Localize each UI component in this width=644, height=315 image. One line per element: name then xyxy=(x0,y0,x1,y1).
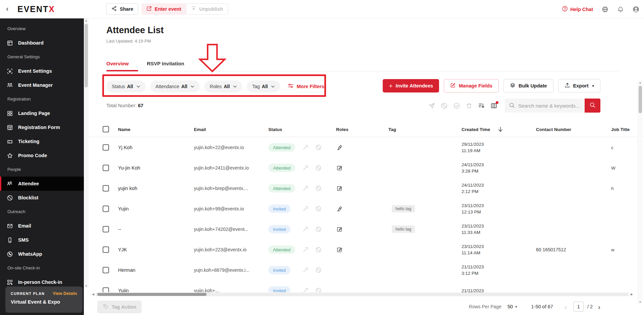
scroll-down-icon[interactable]: ▼ xyxy=(638,301,642,304)
columns-icon[interactable] xyxy=(490,102,497,109)
edit-icon[interactable] xyxy=(336,246,343,253)
filter-roles[interactable]: RolesAll xyxy=(204,80,242,92)
edit-icon[interactable] xyxy=(336,185,343,191)
filter-attendance[interactable]: AttendanceAll xyxy=(150,80,200,92)
bell-icon[interactable] xyxy=(617,6,624,13)
sidebar-item-registration-form[interactable]: Registration Form xyxy=(0,120,84,134)
search-button[interactable] xyxy=(585,99,600,113)
table-row[interactable]: Yu-jin Kohyujin.koh+2411@eventx.ioAttend… xyxy=(89,158,644,178)
row-checkbox[interactable] xyxy=(103,267,109,273)
row-checkbox[interactable] xyxy=(103,226,109,232)
table-row[interactable]: Yj Kohyujin.koh+22@eventx.ioAttended29/1… xyxy=(89,137,644,158)
filter-status[interactable]: StatusAll xyxy=(106,80,146,92)
row-checkbox[interactable] xyxy=(103,144,109,150)
scroll-right-icon[interactable]: ▶ xyxy=(631,292,633,297)
column-header-created-time[interactable]: Created Time xyxy=(462,127,490,132)
wand-icon[interactable] xyxy=(302,185,309,191)
table-row[interactable]: yujin kohyujin.koh+brep@eventx....Attend… xyxy=(89,178,644,198)
export-button[interactable]: Export ▾ xyxy=(558,79,600,92)
block-icon[interactable] xyxy=(315,144,322,150)
help-chat-button[interactable]: Help Chat xyxy=(562,6,593,13)
enter-event-button[interactable]: Enter event xyxy=(142,3,186,15)
signature-icon[interactable] xyxy=(336,144,343,150)
sort-icon[interactable] xyxy=(478,102,485,109)
column-header-roles[interactable]: Roles xyxy=(336,127,348,132)
sidebar-item-whatsapp[interactable]: WhatsApp xyxy=(0,247,84,261)
scroll-up-icon[interactable]: ▲ xyxy=(84,19,89,22)
share-button[interactable]: Share xyxy=(106,3,138,15)
unpublish-button[interactable]: Unpublish xyxy=(186,3,228,15)
check-circle-icon[interactable] xyxy=(453,102,460,109)
hscroll-thumb[interactable] xyxy=(97,293,207,296)
wand-icon[interactable] xyxy=(302,226,309,232)
sidebar-item-event-settings[interactable]: Event Settings xyxy=(0,64,84,78)
block-icon[interactable] xyxy=(315,205,322,212)
invite-attendees-button[interactable]: + Invite Attendees xyxy=(383,79,439,92)
row-checkbox[interactable] xyxy=(103,165,109,171)
column-header-email[interactable]: Email xyxy=(194,127,206,132)
block-icon[interactable] xyxy=(315,185,322,191)
block-icon[interactable] xyxy=(315,165,322,171)
tag-action-button[interactable]: Tag Action xyxy=(97,301,142,313)
scroll-left-icon[interactable]: ◀ xyxy=(92,292,94,297)
column-header-tag[interactable]: Tag xyxy=(388,127,396,132)
column-header-contact-number[interactable]: Contact Number xyxy=(536,127,571,132)
block-icon[interactable] xyxy=(315,287,322,292)
block-icon[interactable] xyxy=(315,226,322,232)
wand-icon[interactable] xyxy=(302,165,309,171)
sidebar-item-landing-page[interactable]: Landing Page xyxy=(0,106,84,120)
edit-icon[interactable] xyxy=(336,165,343,171)
sort-desc-icon[interactable] xyxy=(497,126,504,133)
bulk-update-button[interactable]: Bulk Update xyxy=(503,79,553,92)
table-row[interactable]: Yujinyujin.koh+...Invited21/11/2023 xyxy=(89,280,644,292)
sidebar-item-promo-code[interactable]: Promo Code xyxy=(0,148,84,163)
row-checkbox[interactable] xyxy=(103,185,109,191)
edit-icon[interactable] xyxy=(336,226,343,232)
block-icon[interactable] xyxy=(441,102,448,109)
page-size-select[interactable]: 50 ▾ xyxy=(507,304,517,309)
column-header-name[interactable]: Name xyxy=(118,127,130,132)
wand-icon[interactable] xyxy=(302,246,309,253)
column-header-job-title[interactable]: Job Title xyxy=(611,127,630,132)
sidebar-item-attendee[interactable]: Attendee xyxy=(0,177,84,191)
sidebar-item-email[interactable]: Email xyxy=(0,219,84,233)
vscroll-thumb[interactable] xyxy=(639,86,642,113)
tab-overview[interactable]: Overview xyxy=(106,59,129,71)
wand-icon[interactable] xyxy=(302,287,309,292)
table-row[interactable]: Yujinyujin.koh+99@eventx.ioInvitedhello … xyxy=(89,198,644,219)
wand-icon[interactable] xyxy=(302,205,309,212)
sidebar-item-event-manager[interactable]: Event Manager xyxy=(0,78,84,92)
view-details-link[interactable]: View Details xyxy=(53,291,77,296)
wand-icon[interactable] xyxy=(302,144,309,150)
sidebar-item-sms[interactable]: SMS xyxy=(0,233,84,247)
send-icon[interactable] xyxy=(428,102,435,109)
next-page-icon[interactable]: › xyxy=(598,303,600,310)
table-row[interactable]: --yujin.koh+74202@event...Invitedhello t… xyxy=(89,219,644,239)
page-input[interactable] xyxy=(574,302,584,312)
back-chevron-icon[interactable]: ‹ xyxy=(6,5,8,13)
sidebar-scrollbar[interactable]: ▲ ▼ xyxy=(84,18,89,288)
row-checkbox[interactable] xyxy=(103,205,109,212)
globe-icon[interactable] xyxy=(602,6,608,13)
tab-rsvp-invitation[interactable]: RSVP Invitation xyxy=(147,59,184,71)
sidebar-scroll-thumb[interactable] xyxy=(85,24,88,87)
column-header-status[interactable]: Status xyxy=(268,127,282,132)
filter-tag[interactable]: TagAll xyxy=(247,80,280,92)
more-filters-button[interactable]: More Filters xyxy=(287,83,324,90)
block-icon[interactable] xyxy=(315,267,322,273)
trash-icon[interactable] xyxy=(466,102,473,109)
table-row[interactable]: YJKyujin.koh+223@eventx.ioAttended23/11/… xyxy=(89,239,644,260)
avatar[interactable] xyxy=(633,6,639,13)
row-checkbox[interactable] xyxy=(103,246,109,253)
table-row[interactable]: Hermanyujn.koh+8879@eventx.i...Invited21… xyxy=(89,260,644,280)
block-icon[interactable] xyxy=(315,246,322,253)
row-checkbox[interactable] xyxy=(103,287,109,292)
sidebar-item-ticketing[interactable]: Ticketing xyxy=(0,134,84,148)
scroll-down-icon[interactable]: ▼ xyxy=(84,285,89,288)
search-input[interactable] xyxy=(505,99,585,113)
prev-page-icon[interactable]: ‹ xyxy=(565,303,567,310)
manage-fields-button[interactable]: Manage Fields xyxy=(444,79,499,92)
scroll-up-icon[interactable]: ▲ xyxy=(638,81,642,84)
horizontal-scrollbar[interactable]: ◀ ▶ xyxy=(89,292,644,297)
wand-icon[interactable] xyxy=(302,267,309,273)
